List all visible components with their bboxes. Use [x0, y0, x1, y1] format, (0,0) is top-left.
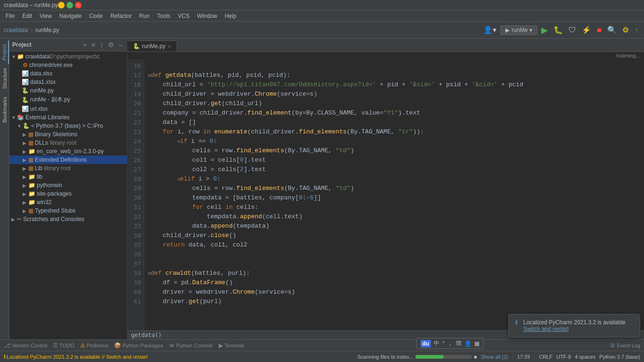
menu-view[interactable]: View: [36, 12, 56, 20]
status-charset[interactable]: UTF-8: [556, 354, 571, 360]
settings-button[interactable]: ⚙: [620, 25, 631, 35]
tree-external-libraries[interactable]: ▼ 📚 External Libraries: [9, 113, 127, 122]
breadcrumb-project[interactable]: crawldata: [4, 27, 28, 33]
gutter-40: 40: [127, 288, 144, 297]
tree-root-crawldata[interactable]: ▼ 📁 crawldata D:\pycharmproject\c: [9, 52, 127, 61]
structure-tab[interactable]: Structure: [1, 64, 8, 93]
tree-win32[interactable]: ▶ 📁 win32: [9, 198, 127, 206]
lib-icon-type: ▦: [28, 207, 33, 214]
notification-popup: ℹ Localized PyCharm 2021.3.2 is availabl…: [508, 314, 640, 337]
tab-runme-py[interactable]: 🐍 runMe.py ✕: [127, 41, 177, 51]
ime-user[interactable]: 👤: [464, 340, 471, 347]
tab-problems[interactable]: ⚠ Problems: [80, 342, 108, 349]
notification-link[interactable]: Switch and restart: [523, 326, 569, 332]
menu-file[interactable]: File: [2, 12, 18, 20]
ime-menu[interactable]: ▦: [474, 340, 479, 347]
tab-python-console[interactable]: ≫ Python Console: [169, 342, 213, 349]
project-tab[interactable]: Project: [0, 41, 9, 64]
panel-close-button[interactable]: –: [117, 41, 124, 49]
tree-label-data1-xlsx: data1.xlsx: [30, 79, 56, 85]
progress-stop[interactable]: ■: [474, 354, 477, 360]
tree-python-base[interactable]: ▼ 🐍 < Python 3.7 (base) > C:\Pro: [9, 122, 127, 130]
tree-label-external: External Libraries: [25, 114, 69, 121]
tree-item-runme-py[interactable]: 🐍 runMe.py: [9, 86, 127, 95]
ime-comma[interactable]: ，: [447, 339, 453, 347]
tab-python-packages[interactable]: 📦 Python Packages: [114, 342, 163, 349]
line-gutter: 16 17 18 19 20 21 22 23 24 25 26 27 28 2…: [127, 59, 144, 330]
menu-help[interactable]: Help: [221, 12, 240, 20]
tree-dlls[interactable]: ▶ ▦ DLLs library root: [9, 139, 127, 147]
code-content[interactable]: ⊡def getdata(battles, pid, psid, pcid): …: [144, 59, 644, 330]
stop-button[interactable]: ■: [595, 25, 603, 35]
tree-label-extended-defs: Extended Definitions: [35, 156, 87, 163]
ime-chinese[interactable]: 中: [434, 339, 439, 347]
main-layout: Project Structure Bookmarks Project + ≡ …: [0, 39, 644, 339]
update-button[interactable]: ↑: [633, 25, 640, 35]
minimize-button[interactable]: –: [58, 2, 65, 8]
ime-simple[interactable]: 簡: [456, 339, 462, 347]
tree-item-runme-copy-py[interactable]: 🐍 runMe - 副本.py: [9, 95, 127, 105]
menu-navigate[interactable]: Navigate: [56, 12, 85, 20]
tree-typeshed[interactable]: ▶ ▦ Typeshed Stubs: [9, 206, 127, 215]
ime-punct[interactable]: °: [442, 340, 445, 347]
panel-settings-button[interactable]: ⚙: [107, 41, 116, 49]
tree-lib-folder[interactable]: ▶ 📁 lib: [9, 173, 127, 181]
tree-site-packages[interactable]: ▶ 📁 site-packages: [9, 189, 127, 198]
account-button[interactable]: 👤▾: [481, 25, 498, 35]
close-button[interactable]: ✕: [75, 2, 82, 8]
tree-item-url-xlsx[interactable]: 📊 url.xlsx: [9, 105, 127, 113]
tab-close-button[interactable]: ✕: [167, 44, 171, 49]
show-all-link[interactable]: Show all (2): [481, 354, 508, 360]
maximize-button[interactable]: □: [66, 2, 73, 8]
bookmarks-tab[interactable]: Bookmarks: [1, 93, 8, 126]
tree-en-core[interactable]: ▶ 📁 en_core_web_sm-2.3.0-py: [9, 147, 127, 156]
profile-button[interactable]: ⚡: [580, 25, 593, 35]
tree-arrow-ext-def: ▶: [23, 157, 27, 163]
menu-vcs[interactable]: VCS: [174, 12, 193, 20]
tab-version-control[interactable]: ⎇ Version Control: [4, 342, 47, 349]
run-config-button[interactable]: ▶ runMe ▾: [500, 25, 537, 35]
debug-button[interactable]: 🐛: [552, 25, 565, 35]
menu-code[interactable]: Code: [85, 12, 107, 20]
code-line-20: child_driver.get(child_url): [148, 99, 644, 108]
tree-pythonwin[interactable]: ▶ 📁 pythonwin: [9, 181, 127, 189]
panel-add-button[interactable]: +: [82, 41, 88, 49]
panel-sort-button[interactable]: ↕: [99, 41, 105, 49]
tree-binary-skeletons[interactable]: ▶ ▦ Binary Skeletons: [9, 130, 127, 139]
panel-collapse-button[interactable]: ≡: [90, 41, 97, 49]
run-icon: ▶: [505, 27, 510, 33]
run-button[interactable]: ▶: [539, 24, 550, 36]
tab-vc-label: Version Control: [12, 343, 47, 348]
tree-item-chromedriver[interactable]: ⚙ chromedriver.exe: [9, 61, 127, 69]
code-line-16: [148, 61, 644, 71]
tree-extended-defs[interactable]: ▶ ▦ Extended Definitions: [9, 156, 127, 164]
status-bar: ℹ Localized PyCharm 2021.3.2 is availabl…: [0, 351, 644, 362]
breadcrumb-file[interactable]: runMe.py: [35, 27, 59, 33]
code-line-39: df = pd.DataFrame(): [148, 278, 644, 288]
menu-tools[interactable]: Tools: [153, 12, 174, 20]
tree-label-runme-copy: runMe - 副本.py: [30, 96, 70, 104]
status-line-ending[interactable]: CRLF: [539, 354, 553, 360]
tab-todo[interactable]: ☰ TODO: [53, 342, 74, 349]
left-side-tabs: Project Structure Bookmarks: [0, 39, 9, 339]
coverage-button[interactable]: 🛡: [567, 25, 578, 35]
menu-edit[interactable]: Edit: [18, 12, 36, 20]
code-line-34: child_driver.close(): [148, 231, 644, 240]
search-button[interactable]: 🔍: [605, 25, 619, 35]
code-line-31: for cell in cells:: [148, 203, 644, 212]
menu-window[interactable]: Window: [193, 12, 221, 20]
tree-item-data-xlsx[interactable]: 📊 data.xlsx: [9, 69, 127, 78]
code-editor[interactable]: 16 17 18 19 20 21 22 23 24 25 26 27 28 2…: [127, 59, 644, 330]
progress-fill: [415, 355, 444, 359]
tree-scratches[interactable]: ▶ ✏ Scratches and Consoles: [9, 215, 127, 223]
status-python[interactable]: Python 3.7 (base): [599, 354, 640, 360]
tab-terminal[interactable]: ▶ Terminal: [219, 342, 244, 349]
menu-refactor[interactable]: Refactor: [107, 12, 135, 20]
status-indent[interactable]: 4 spaces: [575, 354, 595, 360]
menu-run[interactable]: Run: [135, 12, 153, 20]
tree-item-data1-xlsx[interactable]: 📊 data1.xlsx: [9, 78, 127, 86]
tree-lib-root[interactable]: ▶ ▦ Lib library root: [9, 164, 127, 173]
tab-event-log[interactable]: ① Event Log: [610, 342, 640, 349]
code-line-35: return data, col1, col2: [148, 240, 644, 250]
tree-arrow-lib: ▶: [23, 166, 27, 171]
